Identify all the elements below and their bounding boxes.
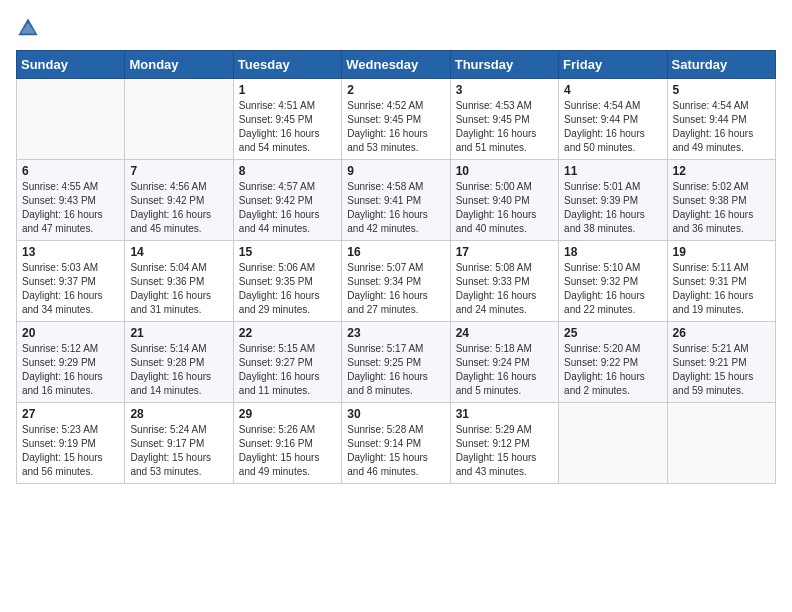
weekday-header-row: SundayMondayTuesdayWednesdayThursdayFrid… <box>17 51 776 79</box>
day-info: Sunrise: 4:51 AM Sunset: 9:45 PM Dayligh… <box>239 99 336 155</box>
weekday-header-monday: Monday <box>125 51 233 79</box>
day-number: 31 <box>456 407 553 421</box>
calendar-day: 15Sunrise: 5:06 AM Sunset: 9:35 PM Dayli… <box>233 241 341 322</box>
calendar-day: 8Sunrise: 4:57 AM Sunset: 9:42 PM Daylig… <box>233 160 341 241</box>
calendar-day: 21Sunrise: 5:14 AM Sunset: 9:28 PM Dayli… <box>125 322 233 403</box>
day-info: Sunrise: 4:54 AM Sunset: 9:44 PM Dayligh… <box>673 99 770 155</box>
day-info: Sunrise: 5:11 AM Sunset: 9:31 PM Dayligh… <box>673 261 770 317</box>
calendar-day <box>125 79 233 160</box>
calendar-day: 22Sunrise: 5:15 AM Sunset: 9:27 PM Dayli… <box>233 322 341 403</box>
calendar-week-4: 20Sunrise: 5:12 AM Sunset: 9:29 PM Dayli… <box>17 322 776 403</box>
calendar-day: 19Sunrise: 5:11 AM Sunset: 9:31 PM Dayli… <box>667 241 775 322</box>
calendar-day: 7Sunrise: 4:56 AM Sunset: 9:42 PM Daylig… <box>125 160 233 241</box>
calendar-day: 2Sunrise: 4:52 AM Sunset: 9:45 PM Daylig… <box>342 79 450 160</box>
day-number: 16 <box>347 245 444 259</box>
day-number: 14 <box>130 245 227 259</box>
calendar-week-1: 1Sunrise: 4:51 AM Sunset: 9:45 PM Daylig… <box>17 79 776 160</box>
day-number: 5 <box>673 83 770 97</box>
day-number: 25 <box>564 326 661 340</box>
day-info: Sunrise: 5:18 AM Sunset: 9:24 PM Dayligh… <box>456 342 553 398</box>
day-number: 30 <box>347 407 444 421</box>
day-info: Sunrise: 4:56 AM Sunset: 9:42 PM Dayligh… <box>130 180 227 236</box>
calendar-day: 17Sunrise: 5:08 AM Sunset: 9:33 PM Dayli… <box>450 241 558 322</box>
calendar-day: 20Sunrise: 5:12 AM Sunset: 9:29 PM Dayli… <box>17 322 125 403</box>
day-info: Sunrise: 5:04 AM Sunset: 9:36 PM Dayligh… <box>130 261 227 317</box>
day-number: 13 <box>22 245 119 259</box>
day-info: Sunrise: 5:10 AM Sunset: 9:32 PM Dayligh… <box>564 261 661 317</box>
logo-icon <box>16 16 40 40</box>
calendar-body: 1Sunrise: 4:51 AM Sunset: 9:45 PM Daylig… <box>17 79 776 484</box>
day-number: 27 <box>22 407 119 421</box>
calendar-day: 9Sunrise: 4:58 AM Sunset: 9:41 PM Daylig… <box>342 160 450 241</box>
day-info: Sunrise: 4:55 AM Sunset: 9:43 PM Dayligh… <box>22 180 119 236</box>
weekday-header-thursday: Thursday <box>450 51 558 79</box>
calendar-day: 30Sunrise: 5:28 AM Sunset: 9:14 PM Dayli… <box>342 403 450 484</box>
calendar-day: 31Sunrise: 5:29 AM Sunset: 9:12 PM Dayli… <box>450 403 558 484</box>
day-info: Sunrise: 5:29 AM Sunset: 9:12 PM Dayligh… <box>456 423 553 479</box>
day-number: 21 <box>130 326 227 340</box>
calendar-day: 28Sunrise: 5:24 AM Sunset: 9:17 PM Dayli… <box>125 403 233 484</box>
day-info: Sunrise: 5:21 AM Sunset: 9:21 PM Dayligh… <box>673 342 770 398</box>
day-number: 29 <box>239 407 336 421</box>
day-number: 18 <box>564 245 661 259</box>
weekday-header-saturday: Saturday <box>667 51 775 79</box>
calendar-day: 1Sunrise: 4:51 AM Sunset: 9:45 PM Daylig… <box>233 79 341 160</box>
calendar-day <box>17 79 125 160</box>
day-info: Sunrise: 5:12 AM Sunset: 9:29 PM Dayligh… <box>22 342 119 398</box>
day-info: Sunrise: 4:54 AM Sunset: 9:44 PM Dayligh… <box>564 99 661 155</box>
calendar-day <box>559 403 667 484</box>
day-info: Sunrise: 5:28 AM Sunset: 9:14 PM Dayligh… <box>347 423 444 479</box>
day-number: 23 <box>347 326 444 340</box>
day-number: 22 <box>239 326 336 340</box>
calendar-table: SundayMondayTuesdayWednesdayThursdayFrid… <box>16 50 776 484</box>
calendar-day: 11Sunrise: 5:01 AM Sunset: 9:39 PM Dayli… <box>559 160 667 241</box>
logo <box>16 16 44 40</box>
day-number: 3 <box>456 83 553 97</box>
day-number: 2 <box>347 83 444 97</box>
day-info: Sunrise: 5:07 AM Sunset: 9:34 PM Dayligh… <box>347 261 444 317</box>
calendar-day: 18Sunrise: 5:10 AM Sunset: 9:32 PM Dayli… <box>559 241 667 322</box>
day-info: Sunrise: 5:24 AM Sunset: 9:17 PM Dayligh… <box>130 423 227 479</box>
day-info: Sunrise: 4:58 AM Sunset: 9:41 PM Dayligh… <box>347 180 444 236</box>
calendar-day: 27Sunrise: 5:23 AM Sunset: 9:19 PM Dayli… <box>17 403 125 484</box>
calendar-day: 24Sunrise: 5:18 AM Sunset: 9:24 PM Dayli… <box>450 322 558 403</box>
day-info: Sunrise: 5:23 AM Sunset: 9:19 PM Dayligh… <box>22 423 119 479</box>
calendar-day: 5Sunrise: 4:54 AM Sunset: 9:44 PM Daylig… <box>667 79 775 160</box>
day-number: 26 <box>673 326 770 340</box>
calendar-day: 14Sunrise: 5:04 AM Sunset: 9:36 PM Dayli… <box>125 241 233 322</box>
day-info: Sunrise: 5:01 AM Sunset: 9:39 PM Dayligh… <box>564 180 661 236</box>
weekday-header-wednesday: Wednesday <box>342 51 450 79</box>
day-info: Sunrise: 5:15 AM Sunset: 9:27 PM Dayligh… <box>239 342 336 398</box>
day-info: Sunrise: 4:52 AM Sunset: 9:45 PM Dayligh… <box>347 99 444 155</box>
day-info: Sunrise: 5:20 AM Sunset: 9:22 PM Dayligh… <box>564 342 661 398</box>
weekday-header-friday: Friday <box>559 51 667 79</box>
calendar-day: 23Sunrise: 5:17 AM Sunset: 9:25 PM Dayli… <box>342 322 450 403</box>
day-number: 6 <box>22 164 119 178</box>
calendar-day: 6Sunrise: 4:55 AM Sunset: 9:43 PM Daylig… <box>17 160 125 241</box>
day-info: Sunrise: 5:02 AM Sunset: 9:38 PM Dayligh… <box>673 180 770 236</box>
calendar-day: 10Sunrise: 5:00 AM Sunset: 9:40 PM Dayli… <box>450 160 558 241</box>
day-info: Sunrise: 5:03 AM Sunset: 9:37 PM Dayligh… <box>22 261 119 317</box>
day-number: 20 <box>22 326 119 340</box>
weekday-header-tuesday: Tuesday <box>233 51 341 79</box>
calendar-day: 4Sunrise: 4:54 AM Sunset: 9:44 PM Daylig… <box>559 79 667 160</box>
day-info: Sunrise: 5:08 AM Sunset: 9:33 PM Dayligh… <box>456 261 553 317</box>
day-number: 10 <box>456 164 553 178</box>
calendar-day: 13Sunrise: 5:03 AM Sunset: 9:37 PM Dayli… <box>17 241 125 322</box>
day-number: 24 <box>456 326 553 340</box>
calendar-day <box>667 403 775 484</box>
day-number: 11 <box>564 164 661 178</box>
day-number: 4 <box>564 83 661 97</box>
calendar-day: 25Sunrise: 5:20 AM Sunset: 9:22 PM Dayli… <box>559 322 667 403</box>
calendar-day: 29Sunrise: 5:26 AM Sunset: 9:16 PM Dayli… <box>233 403 341 484</box>
day-info: Sunrise: 5:26 AM Sunset: 9:16 PM Dayligh… <box>239 423 336 479</box>
day-number: 8 <box>239 164 336 178</box>
day-number: 12 <box>673 164 770 178</box>
calendar-day: 3Sunrise: 4:53 AM Sunset: 9:45 PM Daylig… <box>450 79 558 160</box>
day-number: 1 <box>239 83 336 97</box>
day-info: Sunrise: 5:00 AM Sunset: 9:40 PM Dayligh… <box>456 180 553 236</box>
day-number: 7 <box>130 164 227 178</box>
day-number: 17 <box>456 245 553 259</box>
calendar-week-2: 6Sunrise: 4:55 AM Sunset: 9:43 PM Daylig… <box>17 160 776 241</box>
weekday-header-sunday: Sunday <box>17 51 125 79</box>
